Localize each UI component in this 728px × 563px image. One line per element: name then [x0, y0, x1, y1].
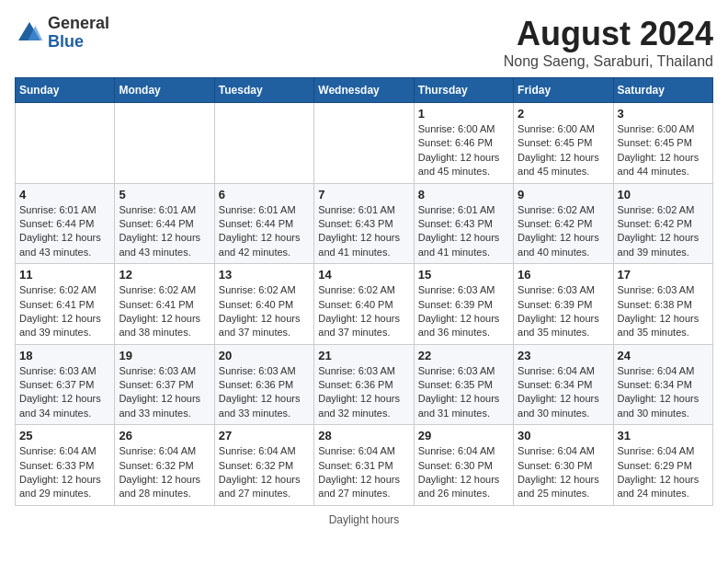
day-info: Sunrise: 6:01 AM Sunset: 6:44 PM Dayligh…: [219, 203, 310, 260]
day-number: 21: [318, 349, 409, 362]
page-header: General Blue August 2024 Nong Saeng, Sar…: [15, 15, 713, 70]
day-info: Sunrise: 6:00 AM Sunset: 6:45 PM Dayligh…: [618, 122, 709, 179]
calendar-week-row: 1Sunrise: 6:00 AM Sunset: 6:46 PM Daylig…: [16, 103, 713, 184]
calendar-cell: 28Sunrise: 6:04 AM Sunset: 6:31 PM Dayli…: [314, 425, 414, 506]
day-number: 7: [318, 188, 409, 201]
day-number: 17: [618, 268, 709, 282]
day-info: Sunrise: 6:03 AM Sunset: 6:35 PM Dayligh…: [418, 364, 509, 421]
day-number: 19: [119, 349, 210, 362]
day-info: Sunrise: 6:04 AM Sunset: 6:29 PM Dayligh…: [618, 444, 709, 501]
calendar-cell: 21Sunrise: 6:03 AM Sunset: 6:36 PM Dayli…: [314, 344, 414, 425]
calendar-cell: 20Sunrise: 6:03 AM Sunset: 6:36 PM Dayli…: [214, 344, 313, 425]
calendar-cell: 23Sunrise: 6:04 AM Sunset: 6:34 PM Dayli…: [514, 344, 613, 425]
day-number: 15: [418, 268, 509, 282]
calendar-cell: 8Sunrise: 6:01 AM Sunset: 6:43 PM Daylig…: [414, 183, 513, 264]
calendar-cell: 1Sunrise: 6:00 AM Sunset: 6:46 PM Daylig…: [414, 103, 513, 184]
calendar-header-row: SundayMondayTuesdayWednesdayThursdayFrid…: [16, 78, 713, 103]
weekday-header: Sunday: [16, 78, 115, 103]
day-number: 10: [618, 188, 709, 201]
day-number: 30: [518, 429, 609, 442]
day-info: Sunrise: 6:04 AM Sunset: 6:30 PM Dayligh…: [518, 444, 609, 501]
calendar-week-row: 4Sunrise: 6:01 AM Sunset: 6:44 PM Daylig…: [16, 183, 713, 264]
calendar-cell: [115, 103, 214, 184]
day-number: 29: [418, 429, 509, 442]
day-number: 14: [318, 268, 409, 282]
calendar-cell: 7Sunrise: 6:01 AM Sunset: 6:43 PM Daylig…: [314, 183, 414, 264]
day-number: 22: [418, 349, 509, 362]
calendar-cell: [16, 103, 115, 184]
day-number: 24: [618, 349, 709, 362]
day-info: Sunrise: 6:04 AM Sunset: 6:34 PM Dayligh…: [518, 364, 609, 421]
weekday-header: Tuesday: [214, 78, 313, 103]
logo-line2: Blue: [48, 33, 109, 52]
logo: General Blue: [15, 15, 109, 52]
day-number: 23: [518, 349, 609, 362]
day-number: 6: [219, 188, 310, 201]
day-number: 28: [318, 429, 409, 442]
day-number: 25: [19, 429, 110, 442]
calendar-cell: 22Sunrise: 6:03 AM Sunset: 6:35 PM Dayli…: [414, 344, 513, 425]
calendar-cell: 18Sunrise: 6:03 AM Sunset: 6:37 PM Dayli…: [16, 344, 115, 425]
calendar-cell: 27Sunrise: 6:04 AM Sunset: 6:32 PM Dayli…: [214, 425, 313, 506]
calendar-cell: 14Sunrise: 6:02 AM Sunset: 6:40 PM Dayli…: [314, 264, 414, 345]
day-info: Sunrise: 6:03 AM Sunset: 6:37 PM Dayligh…: [19, 364, 110, 421]
day-number: 2: [518, 107, 609, 121]
calendar-cell: [214, 103, 313, 184]
day-info: Sunrise: 6:03 AM Sunset: 6:39 PM Dayligh…: [518, 283, 609, 340]
month-title: August 2024: [504, 15, 713, 53]
calendar-cell: 5Sunrise: 6:01 AM Sunset: 6:44 PM Daylig…: [115, 183, 214, 264]
day-info: Sunrise: 6:03 AM Sunset: 6:36 PM Dayligh…: [318, 364, 409, 421]
weekday-header: Wednesday: [314, 78, 414, 103]
calendar-week-row: 11Sunrise: 6:02 AM Sunset: 6:41 PM Dayli…: [16, 264, 713, 345]
day-info: Sunrise: 6:03 AM Sunset: 6:37 PM Dayligh…: [119, 364, 210, 421]
day-number: 5: [119, 188, 210, 201]
day-info: Sunrise: 6:02 AM Sunset: 6:41 PM Dayligh…: [19, 283, 110, 340]
day-info: Sunrise: 6:04 AM Sunset: 6:31 PM Dayligh…: [318, 444, 409, 501]
day-info: Sunrise: 6:03 AM Sunset: 6:36 PM Dayligh…: [219, 364, 310, 421]
calendar-cell: 12Sunrise: 6:02 AM Sunset: 6:41 PM Dayli…: [115, 264, 214, 345]
calendar-cell: 24Sunrise: 6:04 AM Sunset: 6:34 PM Dayli…: [613, 344, 712, 425]
title-block: August 2024 Nong Saeng, Saraburi, Thaila…: [504, 15, 713, 70]
location-title: Nong Saeng, Saraburi, Thailand: [504, 53, 713, 70]
calendar-cell: 16Sunrise: 6:03 AM Sunset: 6:39 PM Dayli…: [514, 264, 613, 345]
day-info: Sunrise: 6:02 AM Sunset: 6:42 PM Dayligh…: [518, 203, 609, 260]
weekday-header: Thursday: [414, 78, 513, 103]
calendar-cell: 4Sunrise: 6:01 AM Sunset: 6:44 PM Daylig…: [16, 183, 115, 264]
calendar-cell: 25Sunrise: 6:04 AM Sunset: 6:33 PM Dayli…: [16, 425, 115, 506]
day-info: Sunrise: 6:04 AM Sunset: 6:33 PM Dayligh…: [19, 444, 110, 501]
day-info: Sunrise: 6:04 AM Sunset: 6:32 PM Dayligh…: [119, 444, 210, 501]
day-info: Sunrise: 6:00 AM Sunset: 6:46 PM Dayligh…: [418, 122, 509, 179]
day-number: 20: [219, 349, 310, 362]
day-number: 18: [19, 349, 110, 362]
day-number: 31: [618, 429, 709, 442]
calendar-cell: 17Sunrise: 6:03 AM Sunset: 6:38 PM Dayli…: [613, 264, 712, 345]
day-info: Sunrise: 6:01 AM Sunset: 6:44 PM Dayligh…: [19, 203, 110, 260]
day-info: Sunrise: 6:03 AM Sunset: 6:38 PM Dayligh…: [618, 283, 709, 340]
day-info: Sunrise: 6:01 AM Sunset: 6:43 PM Dayligh…: [418, 203, 509, 260]
day-number: 16: [518, 268, 609, 282]
logo-icon: [15, 18, 44, 48]
calendar-cell: 2Sunrise: 6:00 AM Sunset: 6:45 PM Daylig…: [514, 103, 613, 184]
calendar-cell: 19Sunrise: 6:03 AM Sunset: 6:37 PM Dayli…: [115, 344, 214, 425]
calendar-cell: 13Sunrise: 6:02 AM Sunset: 6:40 PM Dayli…: [214, 264, 313, 345]
weekday-header: Monday: [115, 78, 214, 103]
calendar-cell: 26Sunrise: 6:04 AM Sunset: 6:32 PM Dayli…: [115, 425, 214, 506]
day-info: Sunrise: 6:01 AM Sunset: 6:44 PM Dayligh…: [119, 203, 210, 260]
day-info: Sunrise: 6:00 AM Sunset: 6:45 PM Dayligh…: [518, 122, 609, 179]
calendar-week-row: 18Sunrise: 6:03 AM Sunset: 6:37 PM Dayli…: [16, 344, 713, 425]
calendar-cell: 30Sunrise: 6:04 AM Sunset: 6:30 PM Dayli…: [514, 425, 613, 506]
day-info: Sunrise: 6:04 AM Sunset: 6:34 PM Dayligh…: [618, 364, 709, 421]
calendar-cell: [314, 103, 414, 184]
calendar-week-row: 25Sunrise: 6:04 AM Sunset: 6:33 PM Dayli…: [16, 425, 713, 506]
day-number: 1: [418, 107, 509, 121]
calendar-cell: 29Sunrise: 6:04 AM Sunset: 6:30 PM Dayli…: [414, 425, 513, 506]
day-info: Sunrise: 6:02 AM Sunset: 6:40 PM Dayligh…: [318, 283, 409, 340]
day-number: 3: [618, 107, 709, 121]
day-info: Sunrise: 6:04 AM Sunset: 6:32 PM Dayligh…: [219, 444, 310, 501]
calendar-cell: 31Sunrise: 6:04 AM Sunset: 6:29 PM Dayli…: [613, 425, 712, 506]
day-info: Sunrise: 6:01 AM Sunset: 6:43 PM Dayligh…: [318, 203, 409, 260]
weekday-header: Friday: [514, 78, 613, 103]
footer-note: Daylight hours: [15, 513, 713, 526]
logo-line1: General: [48, 15, 109, 33]
calendar-cell: 15Sunrise: 6:03 AM Sunset: 6:39 PM Dayli…: [414, 264, 513, 345]
